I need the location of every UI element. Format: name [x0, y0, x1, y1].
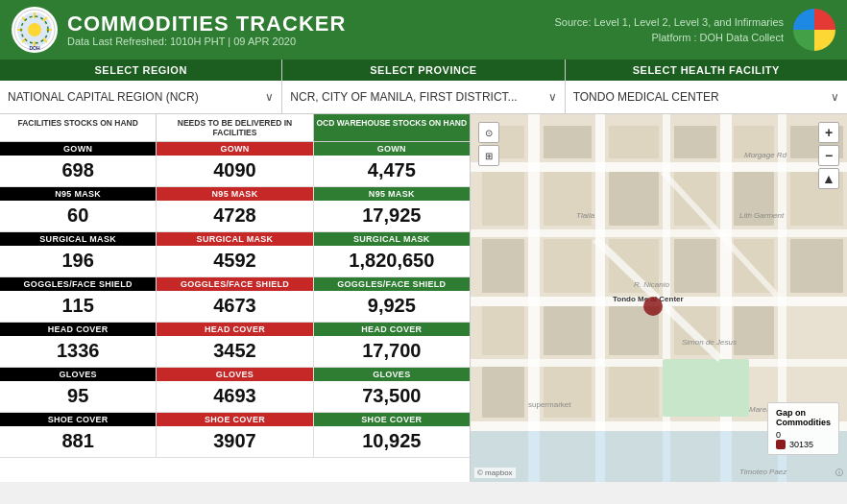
col1-cell: GOWN 698: [0, 142, 157, 187]
col3-cell: HEAD COVER 17,700: [314, 323, 470, 368]
label-col2: GOGGLES/FACE SHIELD: [157, 277, 312, 291]
table-row: HEAD COVER 1336 HEAD COVER 3452 HEAD COV…: [0, 323, 470, 368]
value-col3: 9,925: [314, 291, 470, 322]
svg-point-64: [643, 297, 663, 316]
value-col3: 17,925: [314, 201, 470, 231]
label-col1: GOGGLES/FACE SHIELD: [0, 277, 156, 291]
svg-rect-20: [471, 162, 847, 172]
value-col3: 10,925: [314, 426, 470, 457]
col2-cell: GLOVES 4693: [157, 368, 313, 413]
facility-value: TONDO MEDICAL CENTER: [573, 90, 719, 104]
svg-rect-28: [482, 306, 524, 355]
svg-rect-40: [674, 126, 716, 158]
value-col1: 881: [0, 426, 156, 457]
col2-cell: SHOE COVER 3907: [157, 413, 313, 458]
label-col2: HEAD COVER: [157, 323, 312, 336]
map-layers-icon[interactable]: ⊞: [478, 145, 499, 166]
map-location-icon[interactable]: ⊙: [478, 122, 499, 143]
legend-value-label: 30135: [789, 440, 813, 449]
value-col3: 4,475: [314, 156, 470, 186]
value-col1: 115: [0, 291, 156, 322]
label-col3: GOGGLES/FACE SHIELD: [314, 277, 470, 291]
col3-cell: GLOVES 73,500: [314, 368, 470, 413]
svg-rect-29: [482, 367, 524, 418]
zoom-in-button[interactable]: +: [818, 122, 839, 143]
label-col2: SURGICAL MASK: [157, 232, 312, 246]
province-selector-group: SELECT PROVINCE NCR, CITY OF MANILA, FIR…: [282, 60, 565, 113]
source-line2: Platform : DOH Data Collect: [555, 30, 784, 46]
region-label: SELECT REGION: [0, 60, 281, 81]
value-col2: 3907: [157, 426, 312, 457]
province-chevron-icon: ∨: [548, 90, 557, 104]
col-header-2: NEEDS TO BE DELIVERED IN FACILITIES: [157, 114, 313, 141]
table-row: GLOVES 95 GLOVES 4693 GLOVES 73,500: [0, 368, 470, 413]
col2-cell: HEAD COVER 3452: [157, 323, 313, 368]
svg-text:DOH: DOH: [29, 45, 40, 51]
value-col1: 698: [0, 156, 156, 186]
label-col1: SURGICAL MASK: [0, 232, 156, 246]
zoom-out-button[interactable]: −: [818, 145, 839, 166]
value-col3: 73,500: [314, 381, 470, 412]
region-value: NATIONAL CAPITAL REGION (NCR): [8, 90, 199, 104]
commodity-table: GOWN 698 GOWN 4090 GOWN 4,475 N95 MASK 6…: [0, 142, 470, 458]
col3-cell: SURGICAL MASK 1,820,650: [314, 232, 470, 277]
value-col1: 196: [0, 246, 156, 276]
map-expand-icon[interactable]: ▲: [818, 168, 839, 189]
header: DOH COMMODITIES TRACKER Data Last Refres…: [0, 0, 847, 60]
svg-rect-21: [471, 229, 847, 237]
col1-cell: GLOVES 95: [0, 368, 157, 413]
value-col2: 4693: [157, 381, 312, 412]
label-col2: SHOE COVER: [157, 413, 312, 426]
svg-rect-27: [482, 239, 524, 293]
svg-text:Lith Garment: Lith Garment: [739, 211, 785, 220]
app-logo: DOH: [12, 7, 58, 53]
column-headers: FACILITIES STOCKS ON HAND NEEDS TO BE DE…: [0, 114, 470, 142]
app-subtitle: Data Last Refreshed: 1010H PHT | 09 APR …: [67, 36, 555, 47]
map-info-icon: ⓘ: [835, 468, 843, 478]
header-source: Source: Level 1, Level 2, Level 3, and I…: [555, 14, 784, 46]
svg-rect-33: [544, 306, 592, 355]
label-col1: SHOE COVER: [0, 413, 156, 426]
col3-cell: GOWN 4,475: [314, 142, 470, 187]
svg-rect-41: [674, 172, 716, 226]
province-dropdown[interactable]: NCR, CITY OF MANILA, FIRST DISTRICT... ∨: [282, 81, 564, 113]
label-col1: N95 MASK: [0, 187, 156, 201]
svg-text:Marel: Marel: [749, 405, 768, 414]
col1-cell: HEAD COVER 1336: [0, 323, 157, 368]
value-col1: 1336: [0, 336, 156, 367]
legend-item-value: 30135: [776, 440, 831, 449]
table-row: GOGGLES/FACE SHIELD 115 GOGGLES/FACE SHI…: [0, 277, 470, 323]
header-title-block: COMMODITIES TRACKER Data Last Refreshed:…: [67, 12, 555, 47]
region-dropdown[interactable]: NATIONAL CAPITAL REGION (NCR) ∨: [0, 81, 281, 113]
col1-cell: GOGGLES/FACE SHIELD 115: [0, 277, 157, 323]
col2-cell: SURGICAL MASK 4592: [157, 232, 313, 277]
label-col3: GLOVES: [314, 368, 470, 381]
svg-rect-51: [663, 359, 749, 417]
label-col2: GLOVES: [157, 368, 312, 381]
svg-rect-35: [609, 126, 659, 158]
legend-item-zero: 0: [776, 430, 831, 440]
map-zoom-controls: + − ▲: [818, 122, 839, 189]
value-col2: 4592: [157, 246, 312, 276]
col2-cell: N95 MASK 4728: [157, 187, 313, 232]
label-col2: N95 MASK: [157, 187, 312, 201]
label-col3: SURGICAL MASK: [314, 232, 470, 246]
facility-chevron-icon: ∨: [831, 90, 839, 104]
col3-cell: SHOE COVER 10,925: [314, 413, 470, 458]
color-wheel-icon: [793, 9, 835, 51]
col3-cell: N95 MASK 17,925: [314, 187, 470, 232]
label-col1: GOWN: [0, 142, 156, 156]
source-line1: Source: Level 1, Level 2, Level 3, and I…: [555, 14, 784, 31]
table-row: N95 MASK 60 N95 MASK 4728 N95 MASK 17,92…: [0, 187, 470, 232]
facility-dropdown[interactable]: TONDO MEDICAL CENTER ∨: [566, 81, 847, 113]
label-col2: GOWN: [157, 142, 312, 156]
province-label: SELECT PROVINCE: [282, 60, 564, 81]
col1-cell: N95 MASK 60: [0, 187, 157, 232]
province-value: NCR, CITY OF MANILA, FIRST DISTRICT...: [290, 90, 517, 104]
svg-rect-47: [734, 306, 774, 355]
label-col3: HEAD COVER: [314, 323, 470, 336]
col3-cell: GOGGLES/FACE SHIELD 9,925: [314, 277, 470, 323]
selectors-row: SELECT REGION NATIONAL CAPITAL REGION (N…: [0, 60, 847, 114]
svg-rect-42: [674, 239, 716, 293]
legend-title: Gap onCommodities: [776, 408, 831, 427]
